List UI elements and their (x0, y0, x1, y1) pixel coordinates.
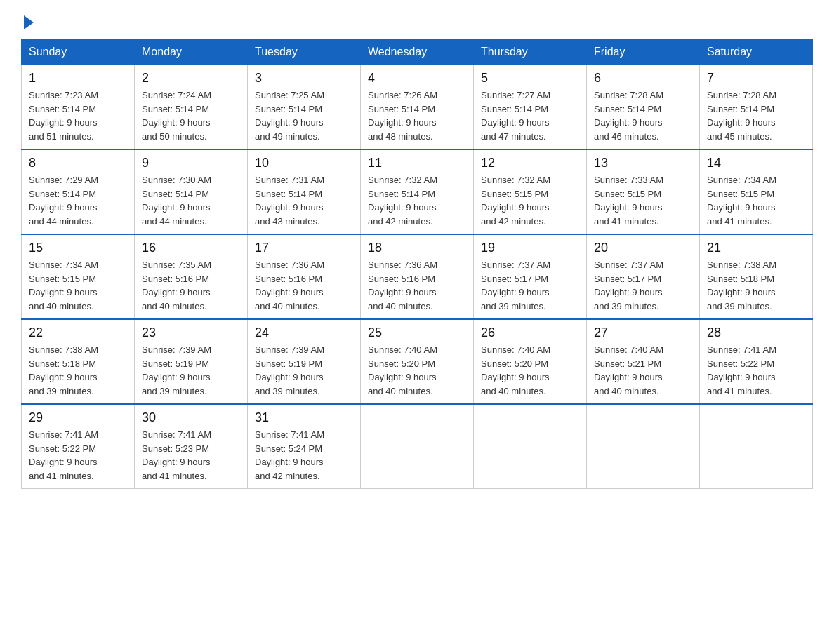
column-header-wednesday: Wednesday (361, 40, 474, 65)
day-number: 2 (142, 71, 240, 86)
day-number: 14 (707, 156, 805, 170)
day-info: Sunrise: 7:30 AM Sunset: 5:14 PM Dayligh… (142, 173, 240, 228)
day-number: 23 (142, 326, 240, 340)
day-info: Sunrise: 7:31 AM Sunset: 5:14 PM Dayligh… (255, 173, 353, 228)
day-number: 30 (142, 410, 240, 425)
day-number: 17 (255, 241, 353, 255)
day-number: 11 (368, 156, 466, 170)
calendar-cell: 3 Sunrise: 7:25 AM Sunset: 5:14 PM Dayli… (248, 65, 361, 149)
day-number: 5 (481, 71, 579, 86)
day-number: 9 (142, 156, 240, 170)
calendar-cell (700, 404, 813, 489)
day-info: Sunrise: 7:37 AM Sunset: 5:17 PM Dayligh… (481, 258, 579, 313)
day-info: Sunrise: 7:29 AM Sunset: 5:14 PM Dayligh… (29, 173, 127, 228)
calendar-cell: 21 Sunrise: 7:38 AM Sunset: 5:18 PM Dayl… (700, 234, 813, 319)
calendar-week-row: 22 Sunrise: 7:38 AM Sunset: 5:18 PM Dayl… (22, 319, 813, 404)
calendar-cell: 1 Sunrise: 7:23 AM Sunset: 5:14 PM Dayli… (22, 65, 135, 149)
day-info: Sunrise: 7:33 AM Sunset: 5:15 PM Dayligh… (594, 173, 692, 228)
calendar-cell: 5 Sunrise: 7:27 AM Sunset: 5:14 PM Dayli… (474, 65, 587, 149)
day-number: 22 (29, 326, 127, 340)
day-info: Sunrise: 7:35 AM Sunset: 5:16 PM Dayligh… (142, 258, 240, 313)
calendar-cell: 17 Sunrise: 7:36 AM Sunset: 5:16 PM Dayl… (248, 234, 361, 319)
calendar-cell: 14 Sunrise: 7:34 AM Sunset: 5:15 PM Dayl… (700, 149, 813, 234)
day-info: Sunrise: 7:26 AM Sunset: 5:14 PM Dayligh… (368, 88, 466, 143)
calendar-week-row: 29 Sunrise: 7:41 AM Sunset: 5:22 PM Dayl… (22, 404, 813, 489)
calendar-cell: 13 Sunrise: 7:33 AM Sunset: 5:15 PM Dayl… (587, 149, 700, 234)
logo (21, 14, 34, 27)
calendar-cell: 7 Sunrise: 7:28 AM Sunset: 5:14 PM Dayli… (700, 65, 813, 149)
calendar-cell: 30 Sunrise: 7:41 AM Sunset: 5:23 PM Dayl… (135, 404, 248, 489)
column-header-thursday: Thursday (474, 40, 587, 65)
calendar-week-row: 8 Sunrise: 7:29 AM Sunset: 5:14 PM Dayli… (22, 149, 813, 234)
day-info: Sunrise: 7:23 AM Sunset: 5:14 PM Dayligh… (29, 88, 127, 143)
column-header-friday: Friday (587, 40, 700, 65)
day-number: 26 (481, 326, 579, 340)
day-info: Sunrise: 7:34 AM Sunset: 5:15 PM Dayligh… (707, 173, 805, 228)
day-number: 28 (707, 326, 805, 340)
day-number: 7 (707, 71, 805, 86)
calendar-cell (361, 404, 474, 489)
day-info: Sunrise: 7:39 AM Sunset: 5:19 PM Dayligh… (142, 343, 240, 398)
day-info: Sunrise: 7:38 AM Sunset: 5:18 PM Dayligh… (707, 258, 805, 313)
calendar-cell: 9 Sunrise: 7:30 AM Sunset: 5:14 PM Dayli… (135, 149, 248, 234)
day-number: 3 (255, 71, 353, 86)
calendar-cell: 24 Sunrise: 7:39 AM Sunset: 5:19 PM Dayl… (248, 319, 361, 404)
day-number: 8 (29, 156, 127, 170)
calendar-cell: 18 Sunrise: 7:36 AM Sunset: 5:16 PM Dayl… (361, 234, 474, 319)
calendar-cell: 12 Sunrise: 7:32 AM Sunset: 5:15 PM Dayl… (474, 149, 587, 234)
calendar-cell: 2 Sunrise: 7:24 AM Sunset: 5:14 PM Dayli… (135, 65, 248, 149)
calendar-cell: 15 Sunrise: 7:34 AM Sunset: 5:15 PM Dayl… (22, 234, 135, 319)
day-info: Sunrise: 7:40 AM Sunset: 5:20 PM Dayligh… (368, 343, 466, 398)
day-info: Sunrise: 7:32 AM Sunset: 5:15 PM Dayligh… (481, 173, 579, 228)
day-number: 18 (368, 241, 466, 255)
calendar-cell: 31 Sunrise: 7:41 AM Sunset: 5:24 PM Dayl… (248, 404, 361, 489)
day-info: Sunrise: 7:40 AM Sunset: 5:20 PM Dayligh… (481, 343, 579, 398)
calendar-cell (587, 404, 700, 489)
calendar-cell: 25 Sunrise: 7:40 AM Sunset: 5:20 PM Dayl… (361, 319, 474, 404)
calendar-cell: 23 Sunrise: 7:39 AM Sunset: 5:19 PM Dayl… (135, 319, 248, 404)
column-header-sunday: Sunday (22, 40, 135, 65)
calendar-cell: 28 Sunrise: 7:41 AM Sunset: 5:22 PM Dayl… (700, 319, 813, 404)
day-info: Sunrise: 7:41 AM Sunset: 5:24 PM Dayligh… (255, 428, 353, 483)
calendar-cell (474, 404, 587, 489)
calendar-cell: 8 Sunrise: 7:29 AM Sunset: 5:14 PM Dayli… (22, 149, 135, 234)
day-number: 12 (481, 156, 579, 170)
day-number: 29 (29, 410, 127, 425)
page-header (21, 14, 813, 27)
day-info: Sunrise: 7:36 AM Sunset: 5:16 PM Dayligh… (368, 258, 466, 313)
day-number: 15 (29, 241, 127, 255)
day-number: 21 (707, 241, 805, 255)
day-info: Sunrise: 7:24 AM Sunset: 5:14 PM Dayligh… (142, 88, 240, 143)
day-number: 25 (368, 326, 466, 340)
day-number: 27 (594, 326, 692, 340)
day-info: Sunrise: 7:39 AM Sunset: 5:19 PM Dayligh… (255, 343, 353, 398)
day-number: 6 (594, 71, 692, 86)
day-number: 13 (594, 156, 692, 170)
calendar-cell: 27 Sunrise: 7:40 AM Sunset: 5:21 PM Dayl… (587, 319, 700, 404)
day-number: 16 (142, 241, 240, 255)
day-number: 10 (255, 156, 353, 170)
day-number: 20 (594, 241, 692, 255)
calendar-header-row: SundayMondayTuesdayWednesdayThursdayFrid… (22, 40, 813, 65)
calendar-week-row: 1 Sunrise: 7:23 AM Sunset: 5:14 PM Dayli… (22, 65, 813, 149)
day-info: Sunrise: 7:32 AM Sunset: 5:14 PM Dayligh… (368, 173, 466, 228)
day-info: Sunrise: 7:37 AM Sunset: 5:17 PM Dayligh… (594, 258, 692, 313)
day-info: Sunrise: 7:41 AM Sunset: 5:23 PM Dayligh… (142, 428, 240, 483)
day-number: 1 (29, 71, 127, 86)
column-header-tuesday: Tuesday (248, 40, 361, 65)
calendar-cell: 16 Sunrise: 7:35 AM Sunset: 5:16 PM Dayl… (135, 234, 248, 319)
calendar-cell: 19 Sunrise: 7:37 AM Sunset: 5:17 PM Dayl… (474, 234, 587, 319)
day-info: Sunrise: 7:41 AM Sunset: 5:22 PM Dayligh… (707, 343, 805, 398)
calendar-cell: 22 Sunrise: 7:38 AM Sunset: 5:18 PM Dayl… (22, 319, 135, 404)
calendar-cell: 26 Sunrise: 7:40 AM Sunset: 5:20 PM Dayl… (474, 319, 587, 404)
calendar-cell: 20 Sunrise: 7:37 AM Sunset: 5:17 PM Dayl… (587, 234, 700, 319)
day-info: Sunrise: 7:25 AM Sunset: 5:14 PM Dayligh… (255, 88, 353, 143)
day-number: 19 (481, 241, 579, 255)
day-info: Sunrise: 7:34 AM Sunset: 5:15 PM Dayligh… (29, 258, 127, 313)
calendar-table: SundayMondayTuesdayWednesdayThursdayFrid… (21, 39, 813, 489)
column-header-monday: Monday (135, 40, 248, 65)
calendar-cell: 4 Sunrise: 7:26 AM Sunset: 5:14 PM Dayli… (361, 65, 474, 149)
calendar-week-row: 15 Sunrise: 7:34 AM Sunset: 5:15 PM Dayl… (22, 234, 813, 319)
calendar-cell: 29 Sunrise: 7:41 AM Sunset: 5:22 PM Dayl… (22, 404, 135, 489)
day-info: Sunrise: 7:38 AM Sunset: 5:18 PM Dayligh… (29, 343, 127, 398)
